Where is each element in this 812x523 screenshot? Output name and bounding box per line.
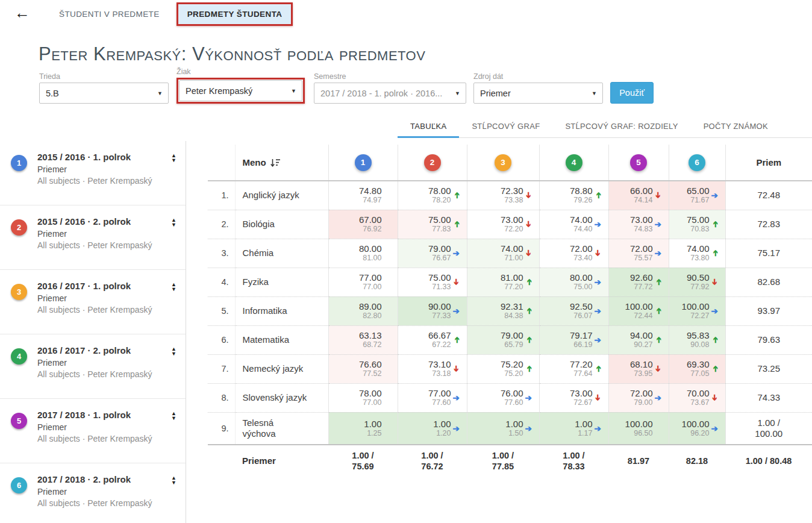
filter-zdrojdt: Zdroj dátPriemer▼ — [473, 72, 603, 104]
sort-desc-icon: ▼ — [171, 416, 176, 421]
trend-up-icon: ➔ — [453, 335, 464, 345]
filter-value: Priemer — [480, 89, 511, 98]
period-item-body: 2015 / 2016 · 2. polrokPriemerAll subjec… — [37, 216, 164, 250]
score-cell: 89.0082.80 — [328, 296, 398, 325]
period-subtitle: Priemer — [37, 164, 164, 174]
class-average-value: 77.72 — [630, 283, 653, 292]
period-title: 2015 / 2016 · 1. polrok — [37, 152, 164, 162]
score-cell: 90.0077.33➔ — [398, 296, 467, 325]
score-cell: 78.0078.20➔ — [398, 181, 467, 210]
score-value: 80.00 — [359, 243, 382, 254]
score-cell: 67.0076.92 — [328, 210, 398, 239]
score-value: 66.67 — [428, 330, 451, 340]
column-header-series-6: 6 — [669, 145, 725, 181]
filter-select[interactable]: 2017 / 2018 - 1. polrok · 2016...▼ — [314, 83, 466, 104]
score-value: 70.00 — [687, 388, 710, 398]
score-cell: 80.0075.00➔ — [539, 268, 608, 296]
score-cell: 69.3077.05➔ — [669, 354, 725, 383]
filter-select[interactable]: Peter Krempaský▼ — [179, 80, 302, 101]
score-value: 90.50 — [687, 272, 710, 283]
class-average-value: 73.80 — [687, 254, 710, 263]
table-row: 8.Slovenský jazyk78.0077.0077.0077.60➔76… — [208, 383, 812, 412]
score-cell: 74.0074.40➔ — [539, 210, 608, 239]
row-average: 72.48 — [725, 181, 812, 210]
score-cell: 95.8390.08➔ — [669, 325, 725, 354]
subject-name: Matematika — [235, 325, 328, 354]
sort-handle-icon[interactable]: ▲▼ — [171, 282, 176, 292]
row-number: 3. — [208, 239, 235, 268]
view-tab[interactable]: POČTY ZNÁMOK — [691, 116, 781, 137]
row-number: 8. — [208, 383, 235, 412]
period-item[interactable]: 42016 / 2017 · 2. polrokPriemerAll subje… — [0, 334, 186, 399]
trend-up-icon: ➔ — [525, 335, 537, 345]
score-value: 69.30 — [687, 359, 710, 369]
period-detail: All subjects · Peter Krempaský — [37, 498, 164, 508]
apply-button[interactable]: Použiť — [610, 82, 654, 104]
period-item[interactable]: 32016 / 2017 · 1. polrokPriemerAll subje… — [0, 270, 186, 334]
sort-handle-icon[interactable]: ▲▼ — [171, 411, 176, 421]
period-item[interactable]: 62017 / 2018 · 2. polrokPriemerAll subje… — [0, 463, 186, 523]
row-number: 7. — [208, 354, 235, 383]
row-average: 82.68 — [725, 268, 812, 296]
caret-down-icon: ▼ — [291, 88, 296, 94]
class-average-value: 77.64 — [570, 369, 593, 378]
trend-right-icon: ➔ — [711, 306, 723, 316]
sort-handle-icon[interactable]: ▲▼ — [171, 475, 176, 485]
filter-select[interactable]: 5.B▼ — [39, 83, 169, 104]
class-average-value: 77.60 — [428, 398, 451, 407]
view-tab[interactable]: STĹPCOVÝ GRAF: ROZDIELY — [552, 116, 690, 137]
table-row: 1.Anglický jazyk74.8074.9778.0078.20➔72.… — [208, 181, 812, 210]
class-average-value: 71.33 — [428, 283, 451, 292]
class-average-value: 72.44 — [625, 312, 653, 321]
sort-handle-icon[interactable]: ▲▼ — [171, 153, 176, 163]
trend-up-icon: ➔ — [525, 277, 537, 287]
trend-up-icon: ➔ — [711, 335, 723, 345]
row-number: 2. — [208, 210, 235, 239]
row-number: 9. — [208, 412, 235, 445]
period-subtitle: Priemer — [37, 293, 164, 303]
score-cell: 63.1368.72 — [328, 325, 398, 354]
score-cell: 75.2075.20➔ — [467, 354, 539, 383]
view-tab[interactable]: STĹPCOVÝ GRAF — [459, 116, 552, 137]
class-average-value: 73.40 — [570, 254, 593, 263]
class-average-value: 78.20 — [428, 196, 451, 205]
class-average-value: 74.83 — [630, 225, 653, 234]
trend-right-icon: ➔ — [525, 424, 537, 433]
score-value: 79.00 — [428, 243, 451, 254]
period-item[interactable]: 12015 / 2016 · 1. polrokPriemerAll subje… — [0, 141, 186, 205]
sort-handle-icon[interactable]: ▲▼ — [171, 218, 176, 227]
filter-select[interactable]: Priemer▼ — [473, 83, 603, 104]
period-title: 2016 / 2017 · 1. polrok — [37, 281, 164, 291]
score-value: 72.00 — [630, 243, 653, 254]
trend-down-icon: ➔ — [711, 277, 723, 287]
row-number: 4. — [208, 268, 235, 296]
view-tab-active[interactable]: TABUĽKA — [398, 116, 459, 137]
column-header-name[interactable]: Meno — [235, 145, 328, 181]
period-item[interactable]: 22015 / 2016 · 2. polrokPriemerAll subje… — [0, 205, 186, 270]
class-average-value: 77.05 — [687, 369, 710, 378]
period-item[interactable]: 52017 / 2018 · 1. polrokPriemerAll subje… — [0, 399, 186, 463]
class-average-value: 77.83 — [428, 225, 451, 234]
period-item-body: 2016 / 2017 · 2. polrokPriemerAll subjec… — [37, 345, 164, 379]
score-value: 78.00 — [428, 186, 451, 196]
score-value: 90.00 — [428, 301, 451, 312]
score-value: 75.00 — [687, 215, 710, 225]
period-detail: All subjects · Peter Krempaský — [37, 369, 164, 379]
class-average-value: 75.00 — [570, 283, 593, 292]
score-cell: 74.0071.00➔ — [467, 239, 539, 268]
score-value: 74.00 — [687, 243, 710, 254]
score-cell: 100.0072.44➔ — [608, 296, 669, 325]
sort-desc-icon: ▼ — [171, 287, 176, 292]
class-average-value: 76.07 — [570, 312, 593, 321]
series-badge: 4 — [566, 154, 582, 171]
trend-right-icon: ➔ — [453, 393, 464, 402]
back-arrow-icon[interactable]: ← — [14, 4, 30, 22]
sort-desc-icon: ▼ — [171, 158, 176, 163]
period-list: 12015 / 2016 · 1. polrokPriemerAll subje… — [0, 141, 186, 523]
table-row: 6.Matematika63.1368.7266.6767.22➔79.0065… — [208, 325, 812, 354]
top-tab[interactable]: ŠTUDENTI V PREDMETE — [52, 7, 167, 22]
top-tab-active[interactable]: PREDMETY ŠTUDENTA — [176, 2, 293, 26]
sort-handle-icon[interactable]: ▲▼ — [171, 346, 176, 356]
period-detail: All subjects · Peter Krempaský — [37, 176, 164, 186]
period-subtitle: Priemer — [37, 487, 164, 496]
